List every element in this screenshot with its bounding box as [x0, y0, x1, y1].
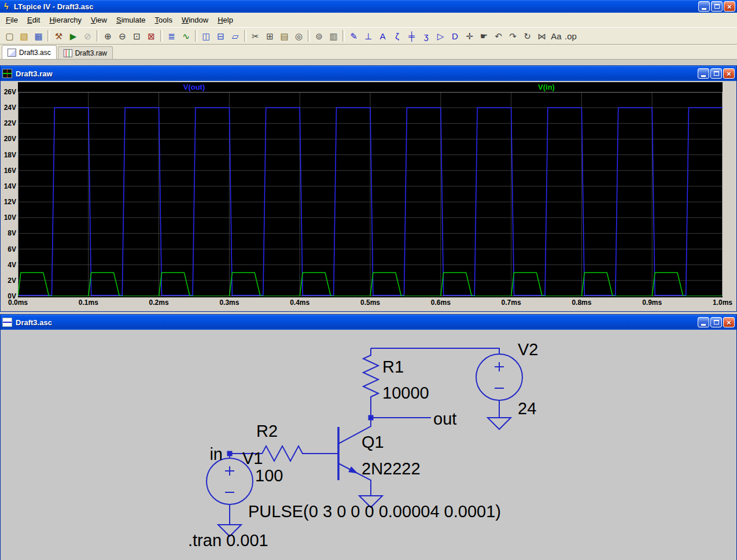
place-component-button[interactable]: D: [448, 29, 462, 43]
resistor-r2[interactable]: [230, 446, 305, 461]
text-button[interactable]: Aa: [549, 29, 563, 43]
tile-vertical-button[interactable]: ◫: [199, 29, 213, 43]
waveform-title-bar[interactable]: Draft3.raw ×: [1, 66, 736, 81]
menu-file[interactable]: File: [1, 14, 23, 26]
place-label-button[interactable]: A: [375, 29, 390, 43]
undo-button[interactable]: ↶: [491, 29, 506, 43]
schematic-canvas[interactable]: R1 10000 V2 24 out Q1 2N2222 R2 100 V1 i…: [1, 330, 737, 560]
mirror-button[interactable]: ⋈: [535, 29, 549, 43]
tile-horizontal-button[interactable]: ⊟: [213, 29, 228, 43]
spice-directive-button[interactable]: .op: [563, 29, 578, 43]
menu-bar: FileEditHierarchyViewSimulateToolsWindow…: [0, 13, 737, 28]
schematic-pane[interactable]: R1 10000 V2 24 out Q1 2N2222 R2 100 V1 i…: [1, 330, 736, 560]
label-r2-value: 100: [255, 466, 283, 485]
move-button[interactable]: ✛: [462, 29, 477, 43]
transistor-q1[interactable]: [305, 418, 371, 496]
zoom-in-icon: ⊕: [104, 32, 112, 40]
draw-wire-button[interactable]: ✎: [347, 29, 361, 43]
schematic-close-button[interactable]: ×: [723, 317, 735, 327]
find-button[interactable]: ◎: [292, 29, 306, 43]
halt-button[interactable]: ⊘: [80, 29, 95, 43]
new-schematic-button[interactable]: ▢: [2, 29, 17, 43]
menu-help[interactable]: Help: [213, 14, 238, 26]
waveform-tab-icon: [64, 49, 72, 57]
zoom-area-button[interactable]: ⊡: [130, 29, 144, 43]
waveform-maximize-button[interactable]: [710, 68, 722, 79]
print-preview-button[interactable]: ⊚: [312, 29, 326, 43]
tab-draft3-asc[interactable]: Draft3.asc: [2, 45, 57, 59]
place-diode-button[interactable]: ▷: [433, 29, 448, 43]
plot-settings-button[interactable]: ∿: [179, 29, 193, 43]
waveform-close-button[interactable]: ×: [723, 68, 735, 79]
zoom-full-extents-button[interactable]: ⊠: [144, 29, 159, 43]
maximize-button[interactable]: [711, 1, 723, 12]
menu-simulate[interactable]: Simulate: [112, 14, 150, 26]
y-axis[interactable]: 26V24V22V20V18V16V14V12V10V8V6V4V2V0V: [1, 81, 17, 311]
tab-draft3-raw[interactable]: Draft3.raw: [58, 46, 113, 59]
paste-button[interactable]: ▤: [277, 29, 292, 43]
print-button[interactable]: ▥: [326, 29, 341, 43]
undo-icon: ↶: [495, 32, 502, 40]
waveform-pane[interactable]: V(out) V(in) 26V24V22V20V18V16V14V12V10V…: [1, 81, 736, 311]
label-v2-value: 24: [518, 399, 536, 418]
minimize-icon: [702, 8, 706, 10]
x-axis-label: 0.2ms: [149, 299, 169, 307]
redo-button[interactable]: ↷: [506, 29, 520, 43]
y-axis-label: 22V: [4, 119, 16, 127]
x-axis-label: 0.6ms: [431, 299, 451, 307]
menu-window[interactable]: Window: [177, 14, 213, 26]
move-icon: ✛: [466, 32, 473, 40]
spice-netlist-button[interactable]: ≣: [164, 29, 179, 43]
label-v2-name: V2: [518, 340, 538, 359]
menu-hierarchy[interactable]: Hierarchy: [45, 14, 86, 26]
save-button[interactable]: ▦: [31, 29, 46, 43]
schematic-tab-icon: [8, 49, 16, 57]
menu-edit[interactable]: Edit: [23, 14, 45, 26]
drag-button[interactable]: ☛: [477, 29, 491, 43]
legend-vin[interactable]: V(in): [538, 83, 555, 91]
minimize-button[interactable]: [698, 1, 710, 12]
resistor-r1[interactable]: [363, 348, 378, 418]
menu-tools[interactable]: Tools: [150, 14, 177, 26]
title-bar[interactable]: ϟ LTspice IV - Draft3.asc ×: [0, 0, 737, 13]
schematic-title-bar[interactable]: Draft3.asc ×: [1, 315, 736, 330]
y-axis-label: 14V: [4, 182, 16, 190]
place-inductor-button[interactable]: ʒ: [419, 29, 433, 43]
copy-button[interactable]: ⊞: [263, 29, 277, 43]
open-file-button[interactable]: ▧: [17, 29, 31, 43]
zoom-in-button[interactable]: ⊕: [101, 29, 115, 43]
menu-view[interactable]: View: [86, 14, 112, 26]
zoom-back-button[interactable]: ⊖: [115, 29, 130, 43]
rotate-button[interactable]: ↻: [520, 29, 535, 43]
copy-icon: ⊞: [266, 32, 274, 40]
close-button[interactable]: ×: [724, 1, 735, 12]
place-ground-icon: ⊥: [364, 32, 372, 40]
voltage-source-v2[interactable]: [476, 354, 522, 418]
run-button[interactable]: ▶: [66, 29, 80, 43]
node-out-junction: [368, 415, 374, 421]
waveform-minimize-button[interactable]: [698, 68, 709, 79]
ground-symbol-v2[interactable]: [488, 418, 511, 429]
place-ground-button[interactable]: ⊥: [361, 29, 375, 43]
cut-button[interactable]: ✂: [248, 29, 263, 43]
place-capacitor-icon: ╪: [408, 32, 415, 40]
minimize-icon: [701, 75, 706, 77]
place-capacitor-button[interactable]: ╪: [404, 29, 419, 43]
waveform-plot[interactable]: [18, 92, 723, 296]
place-resistor-button[interactable]: ζ: [390, 29, 404, 43]
tab-label: Draft3.raw: [75, 49, 107, 57]
schematic-maximize-button[interactable]: [710, 317, 722, 327]
close-icon: ×: [727, 3, 732, 10]
run-icon: ▶: [70, 32, 77, 40]
text-icon: Aa: [551, 32, 561, 40]
toolbar-separator: [308, 30, 310, 42]
control-panel-button[interactable]: ⚒: [51, 29, 66, 43]
schematic-minimize-button[interactable]: [698, 317, 709, 327]
legend-vout[interactable]: V(out): [183, 83, 205, 91]
cascade-windows-button[interactable]: ▱: [228, 29, 242, 43]
x-axis[interactable]: 0.0ms0.1ms0.2ms0.3ms0.4ms0.5ms0.6ms0.7ms…: [1, 299, 737, 309]
wire-top[interactable]: [371, 348, 499, 354]
toolbar-separator: [160, 30, 163, 42]
plot-area[interactable]: V(out) V(in): [18, 82, 723, 297]
y-axis-label: 18V: [4, 151, 16, 159]
